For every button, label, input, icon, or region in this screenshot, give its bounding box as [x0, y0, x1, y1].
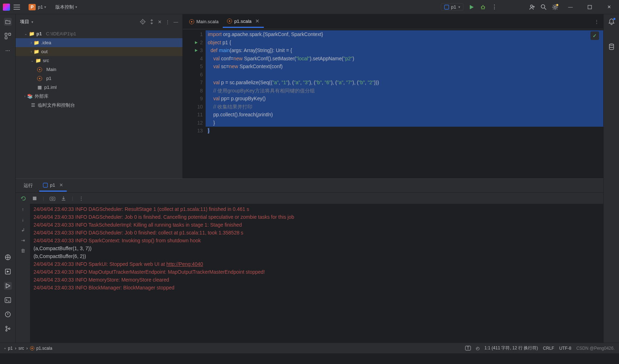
svg-rect-18: [43, 183, 47, 187]
vcs-tool-icon[interactable]: [4, 325, 12, 333]
svg-rect-6: [5, 33, 7, 35]
code-editor[interactable]: 1 ▶2 ▶3 45678910111213 ✓ import org.apac…: [183, 29, 603, 178]
stop-icon[interactable]: [32, 196, 37, 201]
svg-rect-20: [50, 197, 55, 201]
camera-icon[interactable]: [50, 196, 55, 201]
run-tool-icon[interactable]: [4, 282, 12, 290]
run-config-tab[interactable]: p1✕: [39, 180, 67, 192]
scala-object-icon: [37, 67, 42, 72]
editor-menu-icon[interactable]: ⋮: [594, 19, 601, 24]
structure-tool-icon[interactable]: [4, 32, 12, 40]
scroll-end-icon[interactable]: ⇥: [21, 238, 25, 243]
svg-point-4: [554, 6, 556, 8]
window-maximize-button[interactable]: [583, 0, 597, 14]
panel-options-icon[interactable]: ⋮: [165, 19, 170, 25]
more-actions-icon[interactable]: ⋮: [491, 4, 498, 10]
run-config-selector[interactable]: p1▾: [441, 3, 463, 11]
run-panel: 运行 p1✕ | | ⋮ ↑ ↓ ↲ ⇥ 🗑 24/0: [16, 178, 603, 343]
close-tab-icon[interactable]: ✕: [255, 18, 260, 24]
tree-root[interactable]: ⌄📁p1 C:\IDEA\P1\p1: [16, 29, 182, 38]
tree-file-main[interactable]: Main: [16, 65, 182, 74]
tree-folder-idea[interactable]: ›📁.idea: [16, 38, 182, 47]
rerun-icon[interactable]: [21, 196, 26, 201]
scala-object-icon: [227, 19, 232, 24]
gutter-run-icon[interactable]: ▶: [195, 39, 198, 47]
locate-icon[interactable]: [140, 19, 146, 25]
tree-file-p1[interactable]: p1: [16, 74, 182, 83]
status-line-sep[interactable]: CRLF: [543, 346, 554, 351]
svg-point-22: [609, 44, 614, 45]
search-icon[interactable]: [540, 4, 547, 10]
export-icon[interactable]: [61, 196, 66, 201]
debug-button[interactable]: [480, 4, 486, 10]
collapse-all-icon[interactable]: ✕: [158, 19, 162, 25]
up-icon[interactable]: ↑: [22, 207, 24, 212]
clear-icon[interactable]: 🗑: [21, 248, 25, 253]
project-tool-icon[interactable]: [4, 18, 12, 26]
intellij-logo-icon: [3, 4, 10, 11]
svg-point-2: [530, 5, 533, 7]
main-menu-icon[interactable]: [12, 3, 21, 11]
project-selector[interactable]: p1▾: [38, 4, 46, 10]
project-panel-title[interactable]: 项目▾: [20, 19, 33, 25]
gutter: 1 ▶2 ▶3 45678910111213: [183, 29, 206, 178]
left-toolwindow-bar: ⋯: [0, 14, 16, 343]
run-sidebar: ↑ ↓ ↲ ⇥ 🗑: [16, 204, 30, 343]
tree-folder-src[interactable]: ⌄📁src: [16, 56, 182, 65]
status-encoding[interactable]: UTF-8: [559, 346, 571, 351]
wrap-icon[interactable]: ↲: [21, 227, 25, 233]
run-panel-title: 运行: [20, 180, 36, 192]
svg-point-13: [6, 326, 7, 328]
status-bar: ▫p1 ›src ›p1.scala T ◴ 1:1 (411 字符, 12 行…: [0, 343, 619, 353]
project-badge: P: [29, 4, 36, 10]
svg-rect-7: [9, 33, 11, 35]
right-toolwindow-bar: [603, 14, 619, 343]
vcs-menu[interactable]: 版本控制▾: [55, 4, 77, 10]
tree-scratches[interactable]: ☰临时文件和控制台: [16, 101, 182, 110]
terminal-tool-icon[interactable]: [4, 296, 12, 304]
svg-rect-8: [5, 37, 7, 39]
svg-point-17: [142, 21, 144, 22]
status-t-badge[interactable]: T: [465, 346, 471, 350]
status-progress-icon[interactable]: ◴: [476, 346, 479, 351]
tree-external-libs[interactable]: ›📚外部库: [16, 92, 182, 101]
expand-all-icon[interactable]: [149, 19, 154, 24]
breadcrumb-project[interactable]: p1: [8, 346, 12, 351]
breadcrumb-file[interactable]: p1.scala: [36, 346, 52, 351]
problems-tool-icon[interactable]: [4, 310, 12, 318]
services-tool-icon[interactable]: [4, 268, 12, 275]
more-tools-icon[interactable]: ⋯: [4, 46, 12, 54]
svg-point-15: [9, 328, 10, 329]
svg-rect-5: [588, 5, 592, 9]
settings-icon[interactable]: [552, 4, 558, 10]
close-run-tab-icon[interactable]: ✕: [59, 182, 63, 188]
window-minimize-button[interactable]: —: [563, 0, 578, 14]
svg-point-3: [541, 5, 545, 8]
window-close-button[interactable]: ✕: [602, 0, 616, 14]
run-options-icon[interactable]: ⋮: [79, 196, 84, 201]
tree-file-iml[interactable]: ▦p1.iml: [16, 83, 182, 92]
notifications-icon[interactable]: [608, 18, 615, 26]
code-with-me-icon[interactable]: [529, 4, 535, 10]
scala-object-icon: [30, 346, 34, 350]
editor-tab-p1[interactable]: p1.scala✕: [223, 15, 263, 28]
down-icon[interactable]: ↓: [22, 217, 24, 222]
editor-area: Main.scala p1.scala✕ ⋮ 1 ▶2 ▶3 456789101…: [183, 14, 603, 178]
svg-rect-0: [444, 5, 449, 9]
svg-rect-19: [33, 197, 36, 200]
breadcrumb-src[interactable]: src: [19, 346, 24, 351]
gutter-run-icon[interactable]: ▶: [195, 46, 198, 55]
scala-object-icon: [189, 19, 194, 24]
run-button[interactable]: [468, 4, 475, 10]
hide-panel-icon[interactable]: —: [173, 19, 178, 25]
tree-folder-out[interactable]: ›📁out: [16, 47, 182, 56]
database-icon[interactable]: [608, 43, 615, 51]
console-output[interactable]: 24/04/04 23:40:33 INFO DAGScheduler: Res…: [30, 204, 603, 343]
inspection-ok-icon[interactable]: ✓: [590, 31, 599, 40]
editor-tab-main[interactable]: Main.scala: [185, 16, 223, 27]
sbt-tool-icon[interactable]: [4, 253, 12, 261]
status-position[interactable]: 1:1 (411 字符, 12 行 换行符): [484, 345, 538, 351]
svg-point-14: [6, 330, 7, 331]
svg-point-21: [52, 198, 54, 199]
titlebar: P p1▾ 版本控制▾ p1▾ ⋮ — ✕: [0, 0, 619, 14]
